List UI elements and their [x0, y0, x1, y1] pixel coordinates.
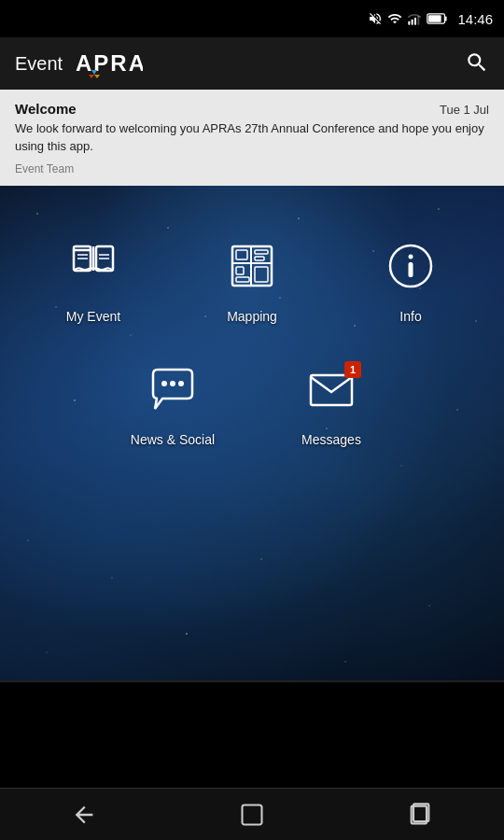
welcome-banner: Welcome Tue 1 Jul We look forward to wel…	[0, 90, 504, 186]
my-event-icon-item[interactable]: My Event	[14, 214, 173, 337]
info-label: Info	[399, 309, 421, 324]
svg-rect-23	[255, 250, 268, 254]
welcome-date: Tue 1 Jul	[440, 103, 489, 117]
nav-left: Event APRA	[15, 47, 143, 80]
info-icon-item[interactable]: Info	[331, 214, 490, 337]
search-button[interactable]	[465, 50, 489, 77]
apra-logo: APRA	[76, 47, 143, 80]
main-content: My Event	[0, 186, 504, 680]
svg-rect-25	[236, 267, 244, 274]
info-svg-wrapper	[377, 232, 444, 300]
svg-text:APRA: APRA	[76, 50, 143, 76]
svg-point-29	[409, 254, 413, 259]
svg-rect-0	[409, 21, 411, 25]
svg-rect-30	[409, 262, 413, 277]
apra-logo-svg: APRA	[76, 47, 143, 80]
svg-rect-1	[412, 20, 413, 25]
svg-rect-26	[236, 277, 249, 282]
svg-rect-5	[445, 16, 447, 21]
my-event-icon	[64, 237, 122, 295]
svg-rect-2	[414, 18, 416, 25]
welcome-message: We look forward to welcoming you APRAs 2…	[15, 120, 489, 156]
welcome-title: Welcome	[15, 101, 77, 117]
info-icon	[382, 237, 440, 295]
recent-icon	[407, 802, 433, 828]
svg-rect-27	[255, 267, 268, 282]
svg-marker-8	[89, 75, 94, 78]
icons-row-2: News & Social 1 Messages	[0, 337, 504, 460]
news-social-icon-item[interactable]: News & Social	[93, 337, 252, 460]
messages-icon-item[interactable]: 1 Messages	[252, 337, 411, 460]
my-event-label: My Event	[66, 309, 120, 324]
my-event-svg-wrapper	[60, 232, 127, 300]
svg-rect-24	[255, 257, 264, 260]
mapping-icon-item[interactable]: Mapping	[173, 214, 331, 337]
event-label: Event	[15, 53, 63, 75]
status-bar: 14:46	[0, 0, 504, 37]
messages-label: Messages	[301, 432, 361, 447]
svg-point-31	[161, 381, 167, 386]
bottom-nav-bar	[0, 788, 504, 840]
wifi-icon	[387, 11, 402, 26]
svg-rect-22	[236, 250, 247, 259]
mapping-icon	[223, 237, 281, 295]
bottom-separator	[0, 680, 504, 682]
svg-rect-34	[311, 375, 352, 405]
icons-grid: My Event	[0, 214, 504, 460]
signal-icon	[407, 11, 422, 26]
messages-svg-wrapper: 1	[298, 356, 365, 423]
home-icon	[239, 802, 265, 828]
welcome-row: Welcome Tue 1 Jul	[15, 101, 489, 117]
back-button[interactable]	[56, 796, 112, 833]
status-icons: 14:46	[368, 11, 493, 27]
battery-icon	[427, 12, 447, 25]
mapping-label: Mapping	[227, 309, 277, 324]
svg-rect-6	[429, 15, 442, 22]
home-button[interactable]	[224, 796, 280, 833]
welcome-team: Event Team	[15, 162, 74, 175]
news-social-label: News & Social	[131, 432, 215, 447]
icons-row-1: My Event	[0, 214, 504, 337]
top-nav-bar: Event APRA	[0, 37, 504, 90]
search-icon	[465, 50, 489, 75]
back-icon	[71, 802, 97, 828]
news-social-icon	[144, 360, 202, 418]
mute-icon	[368, 11, 383, 26]
news-social-svg-wrapper	[139, 356, 206, 423]
svg-point-33	[178, 381, 184, 386]
svg-point-32	[170, 381, 175, 386]
status-time: 14:46	[457, 11, 493, 27]
svg-rect-3	[418, 16, 420, 25]
svg-rect-35	[243, 805, 262, 824]
messages-badge: 1	[344, 361, 361, 378]
svg-marker-9	[94, 75, 100, 78]
mapping-svg-wrapper	[218, 232, 286, 300]
recent-button[interactable]	[392, 796, 448, 833]
